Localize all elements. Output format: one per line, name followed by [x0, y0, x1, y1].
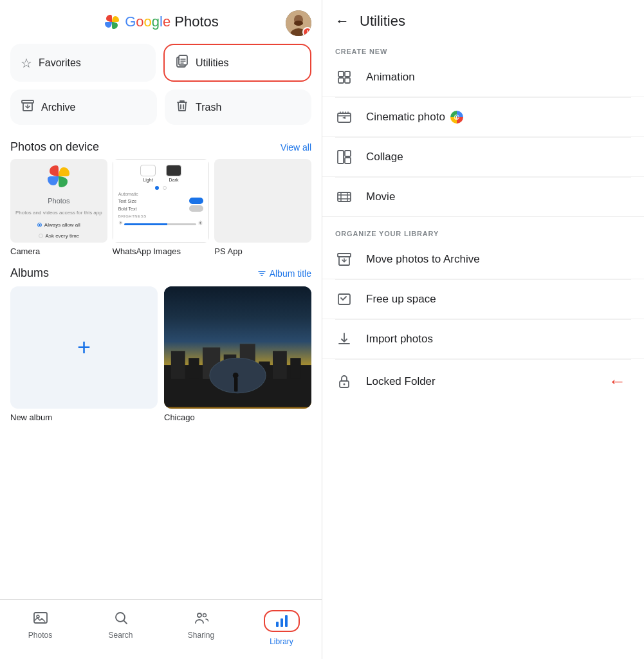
view-all-link[interactable]: View all	[281, 142, 311, 153]
album-sort-link[interactable]: Album title	[257, 268, 311, 279]
camera-thumb: Photos Photos and videos access for this…	[10, 159, 107, 243]
cinematic-photo-item[interactable]: Cinematic photo ①	[322, 98, 644, 137]
svg-point-23	[198, 613, 201, 617]
free-space-item[interactable]: Free up space	[322, 280, 644, 319]
photos-on-device-title: Photos on device	[10, 140, 99, 154]
device-item-psapp[interactable]: PS App	[214, 159, 311, 256]
create-new-label: CREATE NEW	[322, 40, 644, 58]
svg-rect-10	[189, 358, 199, 379]
trash-button[interactable]: Trash	[165, 89, 311, 125]
import-photos-label: Import photos	[366, 333, 433, 346]
import-photos-item[interactable]: Import photos	[322, 320, 644, 359]
locked-left: Locked Folder	[335, 374, 436, 389]
move-archive-icon	[335, 252, 353, 267]
photos-on-device-grid: Photos Photos and videos access for this…	[0, 159, 322, 266]
organize-label: ORGANIZE YOUR LIBRARY	[322, 222, 644, 240]
sort-icon	[257, 268, 267, 279]
svg-rect-36	[338, 192, 351, 201]
logo-photos: Photos	[174, 14, 219, 30]
favorites-button[interactable]: ☆ Favorites	[10, 44, 156, 82]
whatsapp-label: WhatsApp Images	[113, 246, 181, 256]
google-photos-icon	[103, 13, 121, 31]
utilities-title: Utilities	[360, 13, 405, 30]
left-panel: Google Photos ! ☆ Fa	[0, 0, 322, 659]
search-nav-label: Search	[108, 631, 133, 640]
back-button[interactable]: ←	[335, 13, 349, 30]
new-album-item[interactable]: + New album	[10, 286, 158, 422]
quick-actions-row2: Archive Trash	[0, 87, 322, 130]
red-arrow-indicator: ←	[608, 371, 626, 392]
sharing-nav-icon	[183, 608, 219, 628]
animation-item[interactable]: Animation	[322, 58, 644, 97]
nav-search[interactable]: Search	[80, 605, 161, 649]
svg-rect-25	[276, 622, 279, 627]
animation-label: Animation	[366, 71, 415, 84]
star-icon: ☆	[21, 55, 32, 71]
utilities-icon	[175, 54, 189, 71]
avatar-container[interactable]: !	[286, 10, 311, 36]
collage-icon	[335, 149, 353, 165]
archive-button[interactable]: Archive	[10, 89, 157, 125]
animation-icon	[335, 70, 353, 85]
device-item-camera[interactable]: Photos Photos and videos access for this…	[10, 159, 107, 256]
whatsapp-thumb: Light Dark Automatic Text Size	[113, 159, 210, 243]
copy-icon	[175, 54, 189, 68]
svg-rect-28	[338, 71, 344, 77]
camera-label: Camera	[10, 246, 40, 256]
move-archive-item[interactable]: Move photos to Archive	[322, 240, 644, 279]
app-logo: Google Photos	[103, 13, 219, 31]
svg-rect-15	[273, 351, 287, 379]
cinematic-icon	[335, 109, 353, 125]
svg-rect-16	[290, 358, 300, 379]
movie-item[interactable]: Movie	[322, 178, 644, 217]
movie-label: Movie	[366, 190, 395, 203]
move-archive-label: Move photos to Archive	[366, 253, 480, 266]
gp-thumb-icon	[46, 163, 71, 189]
svg-rect-27	[285, 615, 288, 627]
nav-photos[interactable]: Photos	[0, 605, 80, 649]
free-space-icon	[335, 292, 353, 307]
svg-point-24	[203, 614, 206, 617]
favorites-label: Favorites	[39, 57, 81, 69]
album-sort-label: Album title	[270, 268, 311, 279]
lock-icon	[335, 374, 353, 389]
library-nav-icon	[253, 608, 310, 635]
nav-library[interactable]: Library	[241, 605, 322, 649]
new-album-label: New album	[10, 413, 158, 422]
svg-rect-31	[345, 78, 350, 83]
svg-rect-18	[234, 378, 237, 392]
logo-google: Google	[125, 14, 170, 30]
avatar-notification-badge: !	[302, 27, 311, 36]
svg-rect-9	[171, 351, 185, 379]
free-space-label: Free up space	[366, 293, 436, 306]
albums-header: Albums Album title	[10, 266, 311, 280]
right-header: ← Utilities	[322, 0, 644, 40]
svg-rect-26	[281, 618, 283, 627]
trash-icon	[175, 98, 189, 116]
trash-label: Trash	[196, 102, 221, 113]
svg-rect-29	[345, 71, 350, 77]
cinematic-label: Cinematic photo ①	[366, 111, 463, 124]
utilities-button[interactable]: Utilities	[163, 44, 311, 82]
nav-sharing[interactable]: Sharing	[161, 605, 241, 649]
avatar[interactable]: !	[286, 10, 311, 36]
albums-title: Albums	[10, 266, 49, 280]
sharing-nav-label: Sharing	[188, 631, 214, 640]
device-item-whatsapp[interactable]: Light Dark Automatic Text Size	[113, 159, 210, 256]
locked-folder-label: Locked Folder	[366, 375, 436, 388]
svg-rect-35	[345, 158, 351, 163]
library-nav-label: Library	[270, 637, 293, 646]
collage-item[interactable]: Collage	[322, 138, 644, 177]
svg-rect-34	[345, 151, 351, 156]
svg-point-3	[294, 21, 303, 26]
svg-rect-33	[338, 151, 344, 163]
utilities-label: Utilities	[196, 57, 229, 69]
left-header: Google Photos !	[0, 0, 322, 39]
collage-label: Collage	[366, 151, 403, 163]
right-panel: ← Utilities CREATE NEW Animation Cinemat	[322, 0, 644, 659]
albums-grid: + New album	[10, 286, 311, 422]
chicago-album-item[interactable]: Chicago	[164, 286, 311, 422]
albums-section: Albums Album title + New album	[0, 266, 322, 422]
photos-on-device-header: Photos on device View all	[0, 130, 322, 159]
locked-folder-item[interactable]: Locked Folder ←	[322, 360, 644, 404]
